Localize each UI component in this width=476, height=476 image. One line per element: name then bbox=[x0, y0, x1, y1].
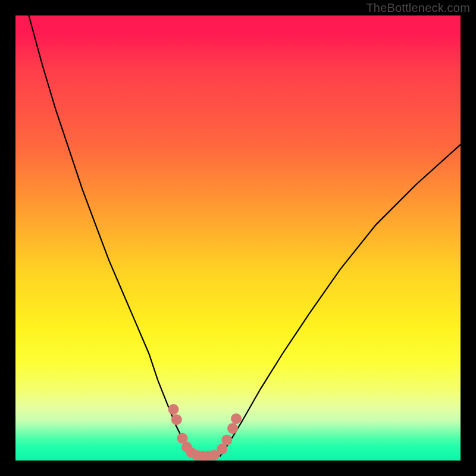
svg-point-12 bbox=[231, 414, 242, 424]
chart-svg bbox=[15, 15, 461, 461]
left-curve bbox=[29, 15, 193, 456]
chart-area bbox=[15, 15, 461, 461]
svg-point-0 bbox=[168, 404, 179, 415]
svg-point-10 bbox=[221, 435, 232, 446]
right-curve bbox=[220, 145, 461, 456]
svg-point-1 bbox=[171, 414, 182, 425]
svg-point-11 bbox=[227, 423, 238, 434]
watermark: TheBottleneck.com bbox=[366, 1, 470, 15]
